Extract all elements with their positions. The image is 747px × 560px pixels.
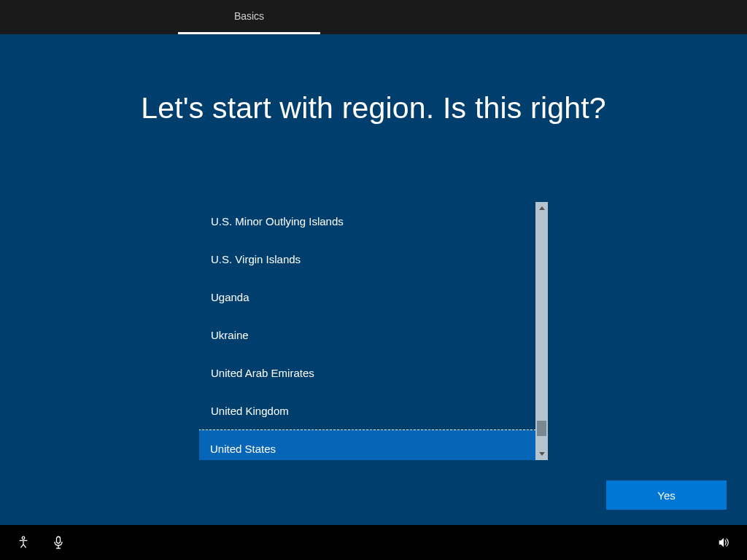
yes-button[interactable]: Yes [606, 481, 727, 510]
scrollbar[interactable] [535, 202, 548, 460]
volume-icon[interactable] [712, 531, 735, 554]
list-item[interactable]: U.S. Minor Outlying Islands [199, 202, 535, 240]
page-title: Let's start with region. Is this right? [0, 91, 747, 125]
list-item-label: United Arab Emirates [211, 367, 314, 379]
scroll-thumb[interactable] [537, 421, 546, 436]
list-item-label: Ukraine [211, 329, 249, 341]
scroll-up-icon[interactable] [535, 202, 548, 214]
list-item-selected[interactable]: United States [199, 429, 535, 460]
titlebar: Basics [0, 0, 747, 34]
main-content: Let's start with region. Is this right? … [0, 34, 747, 525]
list-item-label: U.S. Virgin Islands [211, 253, 301, 265]
list-item[interactable]: United Kingdom [199, 392, 535, 429]
taskbar [0, 525, 747, 560]
region-list-container: U.S. Minor Outlying Islands U.S. Virgin … [199, 202, 548, 460]
list-item-label: United States [210, 443, 276, 455]
list-item-label: United Kingdom [211, 405, 289, 417]
list-item[interactable]: U.S. Virgin Islands [199, 240, 535, 278]
svg-rect-1 [57, 537, 61, 543]
list-item-label: Uganda [211, 291, 249, 303]
list-item[interactable]: Uganda [199, 278, 535, 316]
tab-label: Basics [234, 10, 264, 22]
list-item[interactable]: United Arab Emirates [199, 354, 535, 392]
accessibility-icon[interactable] [12, 531, 35, 554]
region-list[interactable]: U.S. Minor Outlying Islands U.S. Virgin … [199, 202, 535, 460]
tab-basics[interactable]: Basics [178, 0, 320, 34]
svg-point-0 [22, 537, 25, 540]
list-item-label: U.S. Minor Outlying Islands [211, 215, 344, 228]
list-item[interactable]: Ukraine [199, 316, 535, 354]
scroll-down-icon[interactable] [535, 448, 548, 460]
microphone-icon[interactable] [47, 531, 70, 554]
